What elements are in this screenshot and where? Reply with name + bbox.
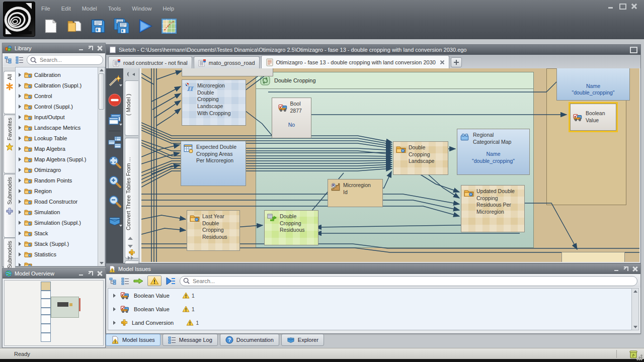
library-item[interactable]: Control (Suppl.) [16,101,105,112]
tree-view-icon[interactable] [109,277,117,285]
library-tab-submodels[interactable]: Submodels [4,174,15,238]
panel-close-icon[interactable] [632,266,638,272]
collapse-strip-icon[interactable] [126,70,135,78]
node-expected-double-cropping-areas[interactable]: Expected Double Cropping Areas Per Micro… [181,141,246,186]
overview-panel-titlebar[interactable]: Model Overview [3,268,105,279]
expander-icon[interactable] [19,263,21,267]
strip-scroll-down-icon[interactable] [128,245,133,248]
cascade-windows-button[interactable] [108,113,122,127]
issues-scrollbar[interactable] [631,288,639,330]
open-model-button[interactable] [66,18,83,35]
show-warnings-toggle[interactable] [147,276,162,286]
map-viewer-button[interactable] [160,18,178,35]
library-panel-titlebar[interactable]: Library [3,43,105,53]
expander-icon[interactable] [19,168,21,172]
issues-panel-titlebar[interactable]: Model Issues [106,264,640,274]
menu-edit[interactable]: Edit [61,6,71,12]
scroll-up-icon[interactable] [633,290,637,293]
restore-icon[interactable] [630,47,637,53]
overview-thumbnail[interactable] [4,280,104,346]
panel-close-icon[interactable] [97,271,103,276]
run-model-button[interactable] [137,18,154,35]
tab-documentation[interactable]: Documentation [220,334,279,346]
library-tab-favorites[interactable]: Favorites [4,115,15,173]
validate-filter-icon[interactable] [166,277,176,285]
sketch-tab-otimizagro[interactable]: Otimizagro - fase 13 - double cropping w… [261,55,449,68]
expander-icon[interactable] [113,307,116,311]
expander-icon[interactable] [19,189,21,193]
expander-icon[interactable] [19,200,21,204]
expander-icon[interactable] [19,94,21,98]
new-tab-button[interactable] [451,57,462,67]
library-item[interactable]: Lookup Table [16,133,105,143]
clipped-bottom-node[interactable] [561,252,625,262]
expander-icon[interactable] [113,294,116,298]
strip-more-icon[interactable] [127,256,135,260]
node-name-double-cropping[interactable]: Name "double_cropping" [556,68,630,101]
expander-icon[interactable] [19,157,21,161]
expander-icon[interactable] [19,210,21,214]
node-bool-2877[interactable]: Bool 2877 No [272,98,311,138]
panel-float-icon[interactable] [88,271,94,276]
library-item[interactable]: Simulation [16,207,105,217]
menu-window[interactable]: Window [132,6,151,12]
issue-row[interactable]: Boolean Value 1 [108,302,632,316]
library-item[interactable]: Calibration [16,69,105,80]
maximize-icon[interactable] [619,3,626,10]
library-item[interactable]: Simulation (Suppl.) [16,217,105,228]
resize-grip[interactable] [636,354,643,361]
scroll-up-icon[interactable] [100,69,104,71]
side-tab-convert-three-tables[interactable]: Convert Three Tables From ... [125,138,138,258]
tab-close-icon[interactable] [440,60,445,65]
tree-view-icon[interactable] [5,56,13,64]
save-model-button[interactable] [90,18,107,35]
container-button[interactable] [108,214,122,228]
model-canvas[interactable]: Double Cropping [140,68,639,262]
tab-message-log[interactable]: Message Log [163,334,218,346]
expander-icon[interactable] [113,321,116,325]
node-updated-double-cropping-residuous[interactable]: Updated Double Cropping Residuous Per Mi… [461,185,525,232]
issue-row[interactable]: Boolean Value 1 [108,289,632,302]
node-double-cropping-residuous[interactable]: Double Cropping Residuous [264,210,318,245]
auto-layout-button[interactable] [108,135,122,149]
menu-tools[interactable]: Tools [108,6,121,12]
node-regional-categorical-map[interactable]: Regional Categorical Map Name "double_cr… [457,129,530,175]
menu-model[interactable]: Model [82,6,97,12]
issue-row[interactable]: Land Conversion 1 [108,316,632,329]
clipped-top-node[interactable] [182,68,273,76]
expander-icon[interactable] [19,136,21,140]
library-item[interactable]: Landscape Metrics [16,122,105,133]
node-microregion-id[interactable]: Microregion Id [328,179,383,207]
expander-icon[interactable] [19,231,21,235]
scrollbar-thumb[interactable] [99,73,104,110]
panel-minimize-icon[interactable] [78,46,85,51]
library-item[interactable]: Calibration (Suppl.) [16,80,105,90]
remove-button[interactable] [108,93,122,107]
tab-model-issues[interactable]: Model Issues [106,334,160,346]
library-item[interactable]: Random Points [16,175,105,186]
zoom-fit-button[interactable] [108,155,122,169]
expander-icon[interactable] [19,178,21,183]
library-item[interactable]: Otimizagro [16,164,105,175]
issues-search-input[interactable] [192,278,634,285]
library-item[interactable]: Map Algebra (Suppl.) [16,154,105,164]
library-item[interactable]: Control [16,90,105,101]
scroll-down-icon[interactable] [633,326,637,328]
scroll-down-icon[interactable] [100,262,104,264]
magic-wand-button[interactable] [108,73,122,87]
library-item[interactable]: Input/Output [16,112,105,122]
sketch-tab-mato-grosso-road[interactable]: mato_grosso_road [194,56,260,68]
side-tab-model[interactable]: ( Model ) [125,80,138,136]
library-item[interactable]: Road Constructor [16,196,105,207]
close-icon[interactable] [630,3,638,10]
strip-scroll-up-icon[interactable] [128,237,133,240]
tab-explorer[interactable]: Explorer [281,334,324,346]
panel-minimize-icon[interactable] [78,271,85,276]
library-item[interactable]: Stack (Suppl.) [16,238,105,249]
panel-float-icon[interactable] [623,266,629,272]
library-item[interactable]: Statistics [16,249,105,259]
library-scrollbar[interactable] [98,67,105,266]
node-boolean-value-selected[interactable]: Boolean Value [570,104,616,131]
zoom-out-button[interactable] [108,194,122,208]
panel-minimize-icon[interactable] [614,266,620,272]
